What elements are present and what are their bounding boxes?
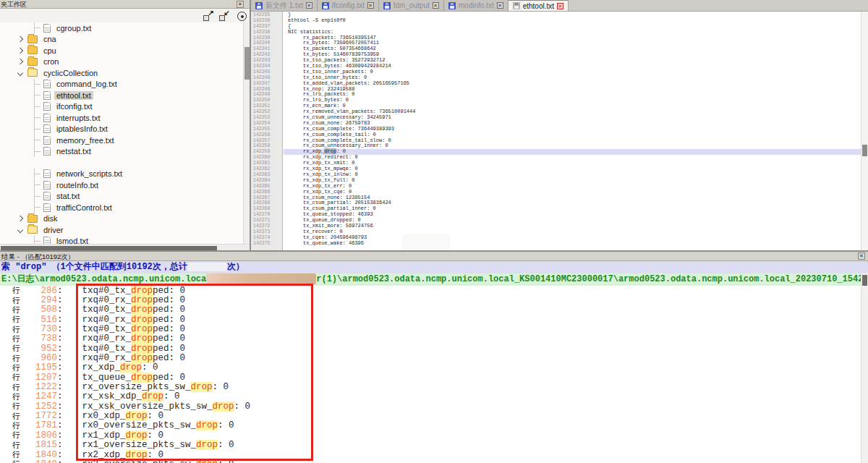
tree-file-item[interactable]: routeInfo.txt — [0, 179, 243, 191]
line-number: 142250 — [251, 98, 284, 103]
row-match-text: rx2_oversize_pkts_sw_drop: 0 — [82, 459, 234, 463]
row-line-number: 1252 — [22, 402, 57, 412]
editor-vertical-scrollbar[interactable] — [861, 12, 868, 250]
search-result-row[interactable]: 行 1815 : rx1_oversize_pkts_sw_drop: 0 — [0, 441, 861, 450]
editor-area[interactable]: 142235 } 142236 ethtool -S enp1s0f0 1422… — [251, 12, 861, 250]
search-summary-row[interactable]: 索 "drop" （1个文件中匹配到10192次，总计次） — [0, 261, 868, 273]
tree-folder-item[interactable]: cpu — [0, 45, 243, 56]
tree-folder-item[interactable]: cna — [0, 34, 243, 46]
editor-tab[interactable]: ifconfig.txt — [318, 0, 379, 11]
search-result-row[interactable]: 行 738 : rxq#0_rx_dropped: 0 — [0, 334, 861, 344]
search-result-row[interactable]: 行 1207 : tx_queue_dropped: 0 — [0, 373, 861, 382]
tree-connector — [34, 79, 41, 90]
tab-close-icon[interactable] — [497, 2, 503, 9]
tree-connector — [34, 124, 41, 135]
folder-icon — [27, 46, 38, 54]
results-title: 结果 - （匹配10192次） — [1, 252, 75, 260]
tab-close-icon[interactable] — [433, 2, 439, 9]
line-number: 142243 — [251, 58, 284, 64]
tree-file-item[interactable]: stat.txt — [0, 191, 243, 203]
expand-windows-icon[interactable]: ↗ — [203, 11, 213, 21]
tree-file-item[interactable]: ifconfig.txt — [0, 101, 243, 113]
tree-item-label: cgroup.txt — [54, 24, 93, 33]
tree-file-item[interactable]: trafficControl.txt — [0, 202, 243, 213]
search-result-row[interactable]: 行 294 : rxq#0_rx_dropped: 0 — [0, 295, 861, 305]
tree-file-item[interactable]: lsmod.txt — [0, 236, 243, 245]
line-number: 142245 — [251, 69, 284, 75]
scrollbar-thumb[interactable] — [862, 275, 867, 286]
row-line-number: 960 — [22, 353, 57, 363]
editor-tab[interactable]: fdm_output — [379, 0, 444, 11]
search-result-row[interactable]: 行 516 : rxq#0_rx_dropped: 0 — [0, 315, 861, 324]
row-colon: : — [57, 344, 63, 354]
chevron-icon[interactable] — [17, 70, 23, 76]
editor-tab[interactable]: modinfo.txt — [444, 0, 509, 11]
locate-file-icon[interactable] — [237, 12, 247, 21]
tree-file-item[interactable]: command_log.txt — [0, 79, 243, 90]
match-highlight: drop — [213, 402, 234, 412]
scrollbar-thumb[interactable] — [244, 47, 250, 80]
results-titlebar: 结果 - （匹配10192次） — [0, 252, 868, 261]
row-match-text: tx_queue_dropped: 0 — [82, 373, 186, 383]
chevron-icon[interactable] — [17, 227, 23, 233]
results-vertical-scrollbar[interactable] — [861, 273, 868, 463]
search-result-row[interactable]: 行 1252 : rx_xsk_oversize_pkts_sw_drop: 0 — [0, 402, 861, 411]
chevron-icon[interactable] — [17, 59, 23, 64]
match-highlight: drop — [142, 391, 163, 402]
search-result-row[interactable]: 行 1806 : rx1_xdp_drop: 0 — [0, 430, 861, 440]
tree-item-label: iptablesInfo.txt — [54, 124, 110, 133]
tree-item-label: command_log.txt — [54, 80, 119, 88]
match-highlight: drop — [131, 315, 153, 325]
search-result-row[interactable]: 行 1195 : rx_xdp_drop: 0 — [0, 363, 861, 373]
file-icon — [43, 136, 51, 145]
tab-close-icon[interactable] — [557, 3, 563, 9]
search-result-row[interactable]: 行 1781 : rx0_oversize_pkts_sw_drop: 0 — [0, 421, 861, 430]
search-result-row[interactable]: 行 1840 : rx2_xdp_drop: 0 — [0, 450, 861, 459]
chevron-icon[interactable] — [17, 216, 23, 221]
tree-folder-item[interactable]: cron — [0, 56, 243, 68]
tree-file-item[interactable]: network_scripts.txt — [0, 169, 243, 180]
collapse-windows-icon[interactable]: ↙ — [219, 11, 229, 21]
tree-file-item[interactable]: iptablesInfo.txt — [0, 124, 243, 135]
tree-file-item[interactable]: ethtool.txt — [0, 90, 243, 101]
tree-file-item[interactable]: memory_free.txt — [0, 135, 243, 146]
tab-label: 新文件 1.txt — [265, 1, 303, 11]
icon-arrow: ↙ — [224, 9, 230, 17]
chevron-icon[interactable] — [17, 48, 23, 54]
search-result-row[interactable]: 行 508 : txq#0_tx_dropped: 0 — [0, 305, 861, 315]
tree-file-item[interactable]: netstat.txt — [0, 146, 243, 158]
search-result-row[interactable]: 行 960 : rxq#0_rx_dropped: 0 — [0, 353, 861, 362]
tree-item-label: trafficControl.txt — [54, 203, 114, 212]
search-file-path-row[interactable]: E:\日志\armod0523.odata.ncmp.unicom.locar(… — [0, 273, 868, 286]
search-result-row[interactable]: 行 286 : txq#0_tx_dropped: 0 — [0, 286, 861, 295]
workspace-title: 夹工作区 — [1, 1, 27, 8]
tree-folder-item[interactable]: driver — [0, 224, 243, 236]
tab-close-icon[interactable] — [306, 2, 312, 9]
match-highlight: drop — [196, 440, 218, 450]
tab-close-icon[interactable] — [367, 2, 374, 9]
scrollbar-thumb[interactable] — [862, 145, 867, 156]
tree-folder-item[interactable]: disk — [0, 213, 243, 225]
search-results-panel: 结果 - （匹配10192次） 索 "drop" （1个文件中匹配到10192次… — [0, 252, 868, 463]
row-line-number: 1806 — [22, 430, 57, 441]
row-line-number: 508 — [22, 305, 57, 315]
line-code: tx_xmit_more: 569724756 — [284, 224, 861, 229]
tree-item-label: stat.txt — [54, 192, 82, 200]
row-match-text: txq#0_tx_dropped: 0 — [82, 305, 186, 315]
editor-tab[interactable]: ethtool.txt — [509, 0, 569, 11]
tree-file-item[interactable]: interrupts.txt — [0, 112, 243, 124]
search-result-row[interactable]: 行 1772 : rx0_xdp_drop: 0 — [0, 411, 861, 420]
line-code: rx_lro_packets: 0 — [284, 92, 861, 98]
tree-censored-row — [0, 157, 243, 169]
tree-file-item[interactable]: cgroup.txt — [0, 22, 243, 34]
close-icon[interactable] — [237, 1, 244, 8]
close-icon[interactable] — [858, 252, 865, 260]
search-result-row[interactable]: 行 1247 : rx_xsk_xdp_drop: 0 — [0, 392, 861, 402]
search-result-row[interactable]: 行 952 : txq#0_tx_dropped: 0 — [0, 344, 861, 353]
search-result-row[interactable]: 行 1849 : rx2_oversize_pkts_sw_drop: 0 — [0, 459, 861, 463]
search-result-row[interactable]: 行 730 : txq#0_tx_dropped: 0 — [0, 324, 861, 334]
editor-tab[interactable]: 新文件 1.txt — [251, 0, 318, 11]
tree-folder-item[interactable]: cyclicCollection — [0, 67, 243, 79]
search-result-row[interactable]: 行 1222 : rx_oversize_pkts_sw_drop: 0 — [0, 382, 861, 391]
chevron-icon[interactable] — [17, 36, 23, 42]
